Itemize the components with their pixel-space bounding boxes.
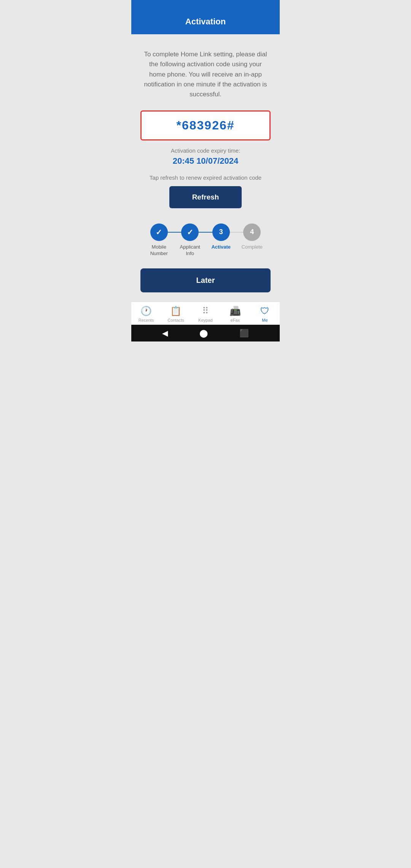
step-4: 4 Complete (237, 223, 268, 251)
stepper: ✓ MobileNumber ✓ ApplicantInfo 3 Activat… (140, 223, 271, 257)
nav-keypad[interactable]: ⠿ Keypad (191, 306, 220, 322)
nav-efax[interactable]: 📠 eFax (220, 306, 250, 322)
step-3-number: 3 (219, 228, 223, 236)
recents-button[interactable]: ⬛ (239, 329, 249, 338)
nav-recents[interactable]: 🕐 Recents (131, 306, 161, 322)
header: Activation (131, 11, 280, 34)
step-2-label: ApplicantInfo (180, 244, 200, 257)
system-bar: ◀ ⬤ ⬛ (131, 325, 280, 341)
status-bar (131, 0, 280, 11)
nav-me-label: Me (262, 318, 268, 322)
back-button[interactable]: ◀ (162, 329, 168, 338)
tap-refresh-text: Tap refresh to renew expired activation … (150, 174, 261, 181)
refresh-button[interactable]: Refresh (169, 186, 242, 208)
expiry-label: Activation code expiry time: (171, 147, 241, 154)
step-1-circle: ✓ (150, 223, 168, 241)
instruction-text: To complete Home Link setting, please di… (140, 49, 271, 100)
nav-recents-label: Recents (139, 318, 154, 322)
step-1-label: MobileNumber (150, 244, 168, 257)
nav-me[interactable]: 🛡 Me (250, 306, 280, 322)
nav-contacts[interactable]: 📋 Contacts (161, 306, 191, 322)
step-3-circle: 3 (212, 223, 230, 241)
bottom-nav: 🕐 Recents 📋 Contacts ⠿ Keypad 📠 eFax 🛡 M… (131, 302, 280, 325)
step-4-label: Complete (241, 244, 263, 251)
step-1: ✓ MobileNumber (143, 223, 175, 257)
step-4-number: 4 (250, 228, 254, 236)
page-title: Activation (139, 17, 272, 27)
me-icon: 🛡 (260, 306, 269, 316)
recents-icon: 🕐 (140, 306, 152, 316)
main-content: To complete Home Link setting, please di… (131, 34, 280, 302)
later-button[interactable]: Later (140, 268, 271, 292)
home-button[interactable]: ⬤ (199, 329, 208, 338)
activation-code-box: *683926# (140, 110, 271, 140)
step-3-label: Activate (211, 244, 231, 251)
nav-keypad-label: Keypad (198, 318, 212, 322)
keypad-icon: ⠿ (202, 306, 209, 316)
step-4-circle: 4 (243, 223, 261, 241)
efax-icon: 📠 (229, 306, 241, 316)
step-3: 3 Activate (206, 223, 237, 251)
nav-efax-label: eFax (231, 318, 240, 322)
step-2-check-icon: ✓ (187, 228, 193, 237)
nav-contacts-label: Contacts (167, 318, 184, 322)
step-1-check-icon: ✓ (156, 228, 162, 237)
contacts-icon: 📋 (170, 306, 182, 316)
step-2: ✓ ApplicantInfo (175, 223, 206, 257)
expiry-time: 20:45 10/07/2024 (173, 156, 239, 166)
activation-code: *683926# (176, 118, 234, 132)
step-2-circle: ✓ (181, 223, 199, 241)
